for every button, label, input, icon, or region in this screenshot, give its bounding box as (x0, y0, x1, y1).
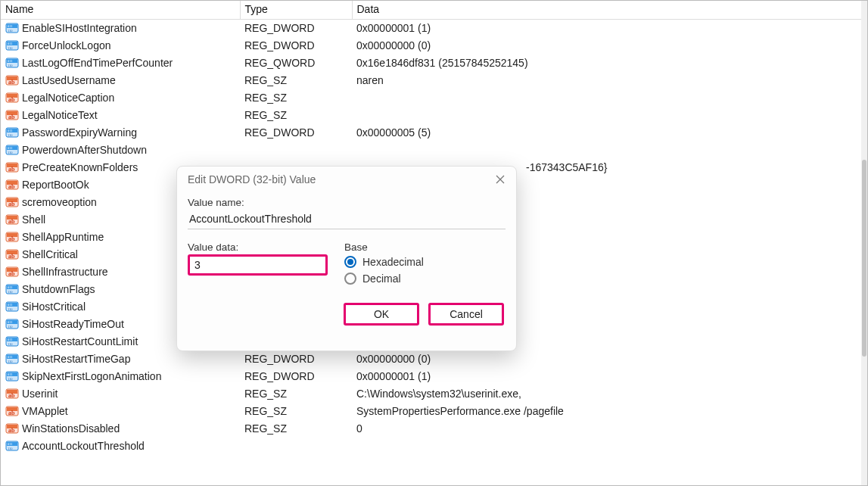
svg-text:110: 110 (8, 307, 13, 311)
value-type: REG_SZ (240, 72, 352, 89)
value-type: REG_SZ (240, 403, 352, 420)
table-row[interactable]: 011110SiHostRestartCountLimitREG_DWORD0x… (1, 333, 861, 350)
table-row[interactable]: 011110SkipNextFirstLogonAnimationREG_DWO… (1, 368, 861, 385)
value-name: VMApplet (22, 405, 68, 417)
value-name: ShellCritical (22, 248, 78, 260)
svg-text:011: 011 (8, 442, 13, 446)
string-value-icon: ab (5, 230, 19, 244)
value-data (352, 246, 861, 263)
value-name: SiHostRestartCountLimit (22, 335, 138, 347)
table-row[interactable]: abShell (1, 211, 861, 229)
binary-value-icon: 011110 (5, 282, 19, 296)
binary-value-icon: 011110 (5, 335, 19, 348)
table-row[interactable]: abLegalNoticeTextREG_SZ (1, 107, 861, 124)
value-name: SiHostRestartTimeGap (22, 353, 130, 365)
table-row[interactable]: 011110ShutdownFlags (1, 281, 861, 298)
value-data (352, 89, 861, 107)
svg-text:ab: ab (8, 427, 15, 434)
scrollbar-thumb[interactable] (862, 160, 866, 357)
svg-text:ab: ab (8, 79, 15, 86)
value-type: REG_DWORD (240, 350, 352, 368)
svg-text:011: 011 (8, 320, 13, 324)
svg-text:110: 110 (8, 447, 13, 450)
binary-value-icon: 011110 (5, 39, 19, 52)
string-value-icon: ab (5, 73, 19, 87)
value-data: 0x00000000 (0) (352, 333, 861, 350)
value-type (240, 142, 352, 159)
value-data (352, 229, 861, 246)
binary-value-icon: 011110 (5, 300, 19, 313)
value-name: scremoveoption (22, 196, 97, 208)
svg-text:011: 011 (8, 129, 13, 132)
table-row[interactable]: 011110AccountLockoutThreshold (1, 438, 861, 455)
string-value-icon: ab (5, 91, 19, 104)
table-row[interactable]: 011110PasswordExpiryWarningREG_DWORD0x00… (1, 124, 861, 142)
value-name: ForceUnlockLogon (22, 39, 111, 51)
table-row[interactable]: abReportBootOk (1, 176, 861, 194)
column-header-type[interactable]: Type (240, 1, 352, 20)
value-type (240, 176, 352, 194)
value-name: PreCreateKnownFolders (22, 161, 138, 173)
vertical-scrollbar[interactable] (861, 1, 867, 485)
svg-text:011: 011 (8, 42, 13, 45)
value-type (240, 211, 352, 229)
svg-text:110: 110 (8, 290, 13, 294)
table-row[interactable]: abLastUsedUsernameREG_SZnaren (1, 72, 861, 89)
registry-value-list[interactable]: Name Type Data 011110EnableSIHostIntegra… (1, 1, 861, 485)
table-row[interactable]: abPreCreateKnownFolders-167343C5AF16} (1, 159, 861, 176)
svg-text:ab: ab (8, 235, 15, 242)
svg-text:ab: ab (8, 166, 15, 173)
svg-text:011: 011 (8, 285, 13, 289)
svg-text:ab: ab (8, 114, 15, 120)
binary-value-icon: 011110 (5, 352, 19, 366)
value-name: SiHostReadyTimeOut (22, 318, 124, 330)
table-row[interactable]: abShellAppRuntime (1, 229, 861, 246)
value-data: 0x00000005 (5) (352, 124, 861, 142)
value-name: PasswordExpiryWarning (22, 126, 137, 139)
value-type: REG_QWORD (240, 55, 352, 72)
table-row[interactable]: abVMAppletREG_SZSystemPropertiesPerforma… (1, 403, 861, 420)
value-type: REG_DWORD (240, 333, 352, 350)
column-header-data[interactable]: Data (352, 1, 861, 20)
table-row[interactable]: 011110ForceUnlockLogonREG_DWORD0x0000000… (1, 37, 861, 55)
table-row[interactable]: 011110LastLogOffEndTimePerfCounterREG_QW… (1, 55, 861, 72)
value-data (352, 107, 861, 124)
table-row[interactable]: abShellCritical (1, 246, 861, 263)
value-name: Shell (22, 213, 45, 226)
value-name: PowerdownAfterShutdown (22, 144, 147, 156)
string-value-icon: ab (5, 178, 19, 192)
value-name: ShellInfrastructure (22, 266, 108, 278)
svg-text:110: 110 (8, 377, 13, 381)
table-row[interactable]: 011110SiHostRestartTimeGapREG_DWORD0x000… (1, 350, 861, 368)
value-type (240, 263, 352, 281)
table-row[interactable]: 011110PowerdownAfterShutdown (1, 142, 861, 159)
svg-text:ab: ab (8, 253, 15, 260)
value-data: 0x00000000 (0) (352, 350, 861, 368)
svg-text:011: 011 (8, 372, 13, 376)
value-data: C:\Windows\system32\userinit.exe, (352, 385, 861, 403)
table-row[interactable]: abLegalNoticeCaptionREG_SZ (1, 89, 861, 107)
value-data: 0x00000001 (1) (352, 368, 861, 385)
value-name: LegalNoticeText (22, 109, 98, 121)
value-type (240, 194, 352, 211)
value-name: LastUsedUsername (22, 74, 116, 86)
table-row[interactable]: abscremoveoption (1, 194, 861, 211)
table-row[interactable]: abWinStationsDisabledREG_SZ0 (1, 420, 861, 438)
table-row[interactable]: abUserinitREG_SZC:\Windows\system32\user… (1, 385, 861, 403)
registry-table: Name Type Data 011110EnableSIHostIntegra… (1, 1, 861, 455)
string-value-icon: ab (5, 195, 19, 209)
value-type: REG_SZ (240, 89, 352, 107)
table-row[interactable]: 011110EnableSIHostIntegrationREG_DWORD0x… (1, 20, 861, 37)
column-header-name[interactable]: Name (1, 1, 240, 20)
value-data (352, 281, 861, 298)
value-data (352, 194, 861, 211)
table-row[interactable]: 011110SiHostCritical (1, 298, 861, 316)
binary-value-icon: 011110 (5, 56, 19, 70)
value-data: 0x00000001 (1) (352, 20, 861, 37)
string-value-icon: ab (5, 160, 19, 174)
table-row[interactable]: 011110SiHostReadyTimeOutREG_DWORD0x00000… (1, 316, 861, 333)
value-name: ReportBootOk (22, 179, 89, 191)
svg-text:ab: ab (8, 96, 15, 103)
value-type (240, 298, 352, 316)
table-row[interactable]: abShellInfrastructure (1, 263, 861, 281)
